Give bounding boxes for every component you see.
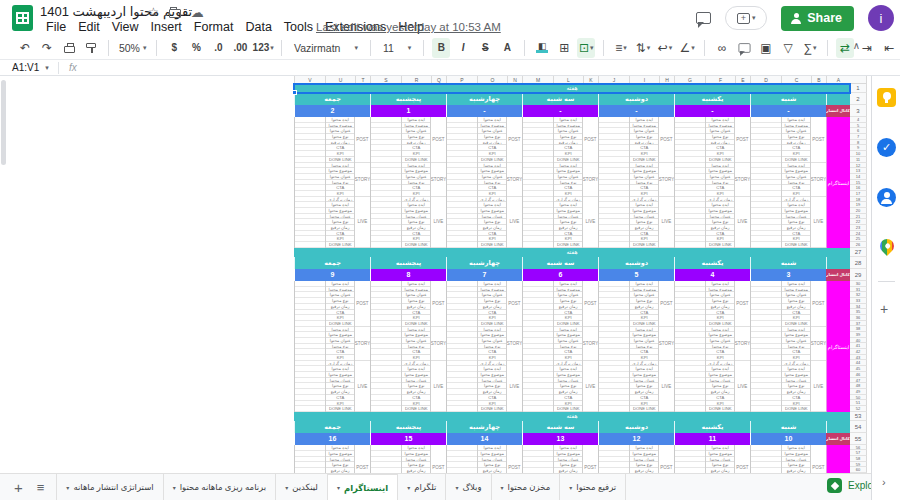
date-cell[interactable]: 7 — [446, 269, 522, 281]
input-cell[interactable] — [675, 242, 705, 248]
vertical-scrollbar[interactable] — [0, 78, 7, 471]
platform-cell[interactable]: اینستاگرام — [826, 445, 850, 473]
input-cell[interactable] — [751, 406, 781, 412]
vertical-align-icon[interactable]: ⇅▾ — [634, 38, 652, 58]
day-name-cell[interactable]: شنبه — [750, 257, 826, 269]
comment-history-icon[interactable] — [696, 12, 711, 24]
tab-dropdown-icon[interactable]: ▾ — [173, 484, 176, 491]
date-cell[interactable]: - — [522, 105, 598, 117]
input-cell[interactable] — [523, 406, 553, 412]
row-header[interactable]: 1 — [850, 84, 867, 93]
scrollbar-thumb[interactable] — [1, 80, 6, 165]
day-name-cell[interactable]: جمعه — [294, 93, 370, 105]
input-cell[interactable] — [751, 242, 781, 248]
date-cell[interactable]: 1 — [370, 105, 446, 117]
group-cell-live[interactable]: LIVE — [431, 361, 446, 412]
column-header-T[interactable]: T — [355, 76, 370, 84]
group-cell-story[interactable]: STORY — [583, 327, 598, 361]
date-cell[interactable]: 4 — [674, 269, 750, 281]
day-name-cell[interactable]: پنجشنبه — [370, 421, 446, 433]
channel-header-cell[interactable]: کانال انتشار — [826, 269, 850, 281]
column-header-P[interactable]: P — [446, 76, 477, 84]
day-name-cell[interactable]: یکشنبه — [674, 421, 750, 433]
group-cell-live[interactable]: LIVE — [355, 197, 370, 248]
zoom-caret-icon[interactable]: ▾ — [143, 44, 147, 52]
label-cell[interactable]: DONE LINK — [326, 242, 354, 248]
text-direction-ltr-icon[interactable]: ⇥ — [858, 38, 876, 58]
sheets-logo-icon[interactable] — [12, 5, 33, 31]
group-cell-post[interactable]: POST — [659, 445, 674, 473]
name-box[interactable]: A1:V1▾ — [0, 62, 58, 73]
sheet-tab[interactable]: ▾لینکدین — [276, 474, 328, 500]
group-cell-story[interactable]: STORY — [735, 327, 750, 361]
column-header-N[interactable]: N — [507, 76, 522, 84]
input-cell[interactable] — [523, 242, 553, 248]
day-name-cell[interactable]: دوشنبه — [598, 257, 674, 269]
borders-icon[interactable]: ⊞ — [555, 38, 573, 58]
merge-cells-icon[interactable]: ⊡▾ — [577, 38, 595, 58]
tab-dropdown-icon[interactable]: ▾ — [407, 484, 410, 491]
day-name-cell[interactable]: دوشنبه — [598, 421, 674, 433]
group-cell-post[interactable]: POST — [507, 117, 522, 163]
platform-cell[interactable]: اینستاگرام — [826, 117, 850, 248]
text-color-icon[interactable]: A — [498, 38, 516, 58]
group-cell-post[interactable]: POST — [583, 117, 598, 163]
input-cell[interactable] — [371, 406, 401, 412]
menu-insert[interactable]: Insert — [145, 19, 188, 35]
group-cell-post[interactable]: POST — [735, 445, 750, 473]
column-header-S[interactable]: S — [370, 76, 401, 84]
sheet-tab[interactable]: ▾استراتژی انتشار ماهانه — [56, 474, 163, 500]
group-cell-story[interactable]: STORY — [355, 327, 370, 361]
platform-header-cell[interactable] — [826, 257, 850, 269]
day-name-cell[interactable]: سه شنبه — [522, 257, 598, 269]
day-name-cell[interactable]: چهارشنبه — [446, 93, 522, 105]
strikethrough-icon[interactable]: S — [476, 38, 494, 58]
star-icon[interactable]: ☆ — [148, 5, 159, 19]
group-cell-live[interactable]: LIVE — [735, 197, 750, 248]
font-size-caret-icon[interactable]: ▾ — [408, 44, 412, 52]
column-header-H[interactable]: H — [659, 76, 674, 84]
group-cell-post[interactable]: POST — [507, 281, 522, 327]
group-cell-post[interactable]: POST — [355, 281, 370, 327]
group-cell-story[interactable]: STORY — [811, 327, 826, 361]
sheet-tab[interactable]: ▾برنامه ریزی ماهانه محتوا — [164, 474, 277, 500]
group-cell-post[interactable]: POST — [735, 281, 750, 327]
label-cell[interactable]: DONE LINK — [478, 406, 506, 412]
day-name-cell[interactable]: شنبه — [750, 93, 826, 105]
get-addons-icon[interactable]: + — [880, 301, 888, 317]
input-cell[interactable] — [371, 242, 401, 248]
group-cell-post[interactable]: POST — [659, 117, 674, 163]
date-cell[interactable]: 10 — [750, 433, 826, 445]
group-cell-story[interactable]: STORY — [735, 163, 750, 197]
group-cell-post[interactable]: POST — [355, 117, 370, 163]
date-cell[interactable]: 3 — [750, 269, 826, 281]
decrease-decimal-icon[interactable]: .0 — [209, 38, 227, 58]
column-header-I[interactable]: I — [629, 76, 659, 84]
date-cell[interactable]: - — [674, 105, 750, 117]
insert-chart-icon[interactable]: ▣ — [757, 38, 775, 58]
day-name-cell[interactable]: شنبه — [750, 421, 826, 433]
group-cell-post[interactable]: POST — [431, 117, 446, 163]
date-cell[interactable]: - — [750, 105, 826, 117]
text-rotation-caret-icon[interactable]: ▾ — [691, 44, 695, 52]
input-cell[interactable] — [599, 242, 629, 248]
column-header-K[interactable]: K — [583, 76, 598, 84]
day-name-cell[interactable]: سه شنبه — [522, 93, 598, 105]
zoom-select[interactable]: 50%▾ — [115, 42, 151, 54]
bold-icon[interactable]: B — [432, 38, 450, 58]
date-cell[interactable]: 5 — [598, 269, 674, 281]
sheet-tab[interactable]: ▾مخزن محتوا — [492, 474, 561, 500]
column-header-U[interactable]: U — [325, 76, 355, 84]
date-cell[interactable]: 13 — [522, 433, 598, 445]
formula-input[interactable] — [77, 60, 900, 75]
channel-header-cell[interactable]: کانال انتشار — [826, 433, 850, 445]
row-header[interactable]: 28 — [850, 257, 867, 269]
menu-file[interactable]: File — [40, 19, 72, 35]
column-header-G[interactable]: G — [674, 76, 705, 84]
day-name-cell[interactable]: جمعه — [294, 421, 370, 433]
platform-header-cell[interactable] — [826, 421, 850, 433]
tab-dropdown-icon[interactable]: ▾ — [569, 484, 572, 491]
date-cell[interactable]: 11 — [674, 433, 750, 445]
insert-comment-icon[interactable] — [735, 38, 753, 58]
text-rotation-icon[interactable]: ∠▾ — [678, 38, 696, 58]
